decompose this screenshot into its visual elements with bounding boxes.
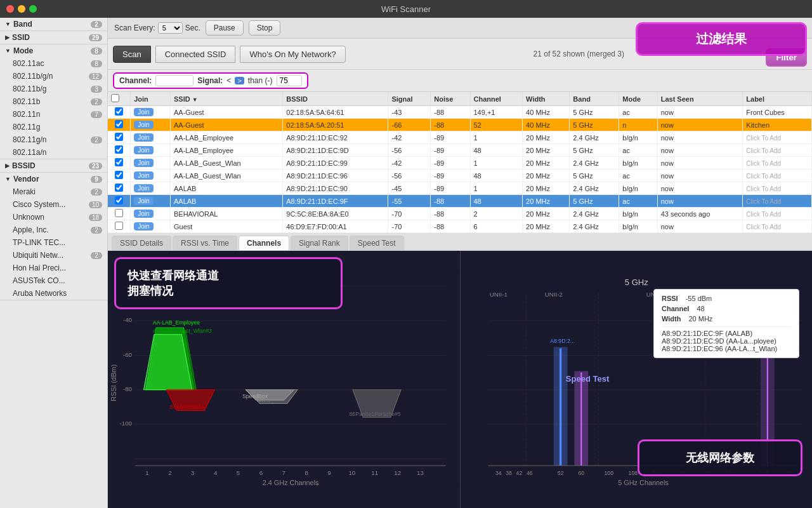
row-checkbox[interactable]	[108, 182, 131, 195]
row-label[interactable]: Click To Add	[743, 182, 812, 195]
sidebar-item-honhai[interactable]: Hon Hai Preci...	[0, 262, 107, 274]
signal-value-input[interactable]	[277, 75, 302, 86]
row-join[interactable]: Join	[131, 144, 171, 157]
table-row[interactable]: Join AA-LAB_Employee A8:9D:21:1D:EC:9D -…	[108, 144, 812, 157]
sidebar-item-unknown[interactable]: Unknown18	[0, 211, 107, 224]
row-checkbox[interactable]	[108, 208, 131, 220]
table-row[interactable]: Join AA-LAB_Employee A8:9D:21:1D:EC:92 -…	[108, 131, 812, 144]
row-join[interactable]: Join	[131, 220, 171, 233]
sidebar-item-tplink[interactable]: TP-LINK TEC...	[0, 236, 107, 249]
row-channel: 1	[470, 182, 523, 195]
sidebar-item-80211gn[interactable]: 802.11g/n2	[0, 133, 107, 146]
row-join[interactable]: Join	[131, 106, 171, 119]
row-join[interactable]: Join	[131, 170, 171, 182]
connected-ssid-button[interactable]: Connected SSID	[155, 46, 236, 63]
col-channel: Channel	[470, 92, 523, 106]
row-label[interactable]: Click To Add	[743, 220, 812, 233]
scan-button[interactable]: Scan	[113, 46, 151, 63]
charts-row: 快速查看网络通道拥塞情况 RSSI (dBm) -20 -40	[108, 251, 812, 508]
close-button[interactable]	[6, 5, 14, 13]
row-mode: b/g/n	[619, 220, 657, 233]
sidebar-item-meraki[interactable]: Meraki2	[0, 185, 107, 198]
tab-speed-test[interactable]: Speed Test	[350, 236, 404, 250]
tooltip-rssi-row: RSSI -55 dBm	[662, 295, 791, 302]
row-join[interactable]: Join	[131, 119, 171, 131]
select-all-checkbox[interactable]	[111, 94, 119, 102]
whos-on-network-button[interactable]: Who's On My Network?	[240, 46, 345, 63]
sidebar-item-80211bgn[interactable]: 802.11b/g/n12	[0, 70, 107, 83]
sidebar-item-asus[interactable]: ASUSTek CO...	[0, 274, 107, 287]
row-width: 20 MHz	[523, 195, 570, 208]
table-row[interactable]: Join AA-Guest 02:18:5A:5A:20:51 -66 -88 …	[108, 119, 812, 131]
row-checkbox[interactable]	[108, 144, 131, 157]
row-label[interactable]: Click To Add	[743, 208, 812, 220]
sidebar-item-80211an[interactable]: 802.11a/n	[0, 146, 107, 159]
channel-input[interactable]	[155, 75, 193, 86]
row-width: 40 MHz	[523, 119, 570, 131]
tab-signal-rank[interactable]: Signal Rank	[291, 236, 348, 250]
row-label[interactable]: Front Cubes	[743, 106, 812, 119]
table-row[interactable]: Join AA-Guest 02:18:5A:5A:64:61 -43 -88 …	[108, 106, 812, 119]
svg-text:RSSI (dBm): RSSI (dBm)	[110, 364, 117, 401]
pause-button[interactable]: Pause	[206, 20, 244, 36]
row-checkbox[interactable]	[108, 106, 131, 119]
signal-greater[interactable]: >	[235, 77, 244, 84]
row-signal: -42	[388, 157, 431, 170]
sidebar-item-cisco[interactable]: Cisco System...10	[0, 198, 107, 211]
row-ssid: AA-LAB_Guest_Wlan	[170, 157, 282, 170]
row-label[interactable]: Click To Add	[743, 131, 812, 144]
row-lastseen: now	[657, 220, 743, 233]
row-checkbox[interactable]	[108, 220, 131, 233]
row-join[interactable]: Join	[131, 157, 171, 170]
sidebar-item-bssid[interactable]: ▶ BSSID 23	[0, 159, 107, 172]
row-join[interactable]: Join	[131, 182, 171, 195]
tab-rssi-time[interactable]: RSSI vs. Time	[173, 236, 237, 250]
sidebar-item-80211g[interactable]: 802.11g	[0, 121, 107, 133]
sidebar-item-ubiquiti[interactable]: Ubiquiti Netw...2	[0, 249, 107, 262]
svg-text:4: 4	[214, 469, 218, 476]
scan-every-select[interactable]: 51030	[158, 22, 183, 34]
col-bssid: BSSID	[283, 92, 388, 106]
table-row[interactable]: Join AA-LAB_Guest_Wlan A8:9D:21:1D:EC:99…	[108, 157, 812, 170]
table-row[interactable]: Join BEHAVIORAL 9C:5C:8E:BA:8A:E0 -70 -8…	[108, 208, 812, 220]
sidebar-item-aruba[interactable]: Aruba Networks	[0, 287, 107, 300]
sidebar-item-ssid[interactable]: ▶ SSID 29	[0, 31, 107, 44]
sidebar-item-mode[interactable]: ▼ Mode 8	[0, 44, 107, 57]
row-band: 2.4 GHz	[570, 208, 619, 220]
sidebar-item-apple[interactable]: Apple, Inc.2	[0, 224, 107, 236]
row-band: 5 GHz	[570, 195, 619, 208]
row-label[interactable]: Kitchen	[743, 119, 812, 131]
table-row[interactable]: Join AA-LAB_Guest_Wlan A8:9D:21:1D:EC:96…	[108, 170, 812, 182]
row-ssid: AA-LAB_Guest_Wlan	[170, 170, 282, 182]
row-label[interactable]: Click To Add	[743, 144, 812, 157]
minimize-button[interactable]	[18, 5, 25, 13]
row-join[interactable]: Join	[131, 131, 171, 144]
sidebar-item-80211b[interactable]: 802.11b2	[0, 95, 107, 108]
row-checkbox[interactable]	[108, 131, 131, 144]
row-join[interactable]: Join	[131, 195, 171, 208]
row-label[interactable]: Click To Add	[743, 170, 812, 182]
tab-ssid-details[interactable]: SSID Details	[112, 236, 171, 250]
row-label[interactable]: Click To Add	[743, 157, 812, 170]
sidebar-item-80211n[interactable]: 802.11n7	[0, 108, 107, 121]
sidebar-item-80211ac[interactable]: 802.11ac8	[0, 57, 107, 70]
sidebar-item-80211bg[interactable]: 802.11b/g3	[0, 83, 107, 95]
sidebar-item-vendor[interactable]: ▼ Vendor 9	[0, 173, 107, 185]
stop-button[interactable]: Stop	[249, 20, 281, 36]
row-label[interactable]: Click To Add	[743, 195, 812, 208]
sidebar-item-band[interactable]: ▼ Band 2	[0, 18, 107, 30]
row-join[interactable]: Join	[131, 208, 171, 220]
row-checkbox[interactable]	[108, 119, 131, 131]
table-row[interactable]: Join Guest 46:D9:E7:FD:00:A1 -70 -88 6 2…	[108, 220, 812, 233]
table-row[interactable]: Join AALAB A8:9D:21:1D:EC:90 -45 -89 1 2…	[108, 182, 812, 195]
table-row[interactable]: Join AALAB A8:9D:21:1D:EC:9F -55 -88 48 …	[108, 195, 812, 208]
row-checkbox[interactable]	[108, 157, 131, 170]
row-checkbox[interactable]	[108, 195, 131, 208]
tab-channels[interactable]: Channels	[239, 236, 289, 250]
row-checkbox[interactable]	[108, 170, 131, 182]
row-ssid: AA-LAB_Employee	[170, 144, 282, 157]
sidebar-section-band: ▼ Band 2	[0, 18, 107, 31]
wifi-table: Join SSID ▼ BSSID Signal Noise Channel W…	[108, 92, 812, 233]
table-body: Join AA-Guest 02:18:5A:5A:64:61 -43 -88 …	[108, 106, 812, 233]
maximize-button[interactable]	[29, 5, 37, 13]
